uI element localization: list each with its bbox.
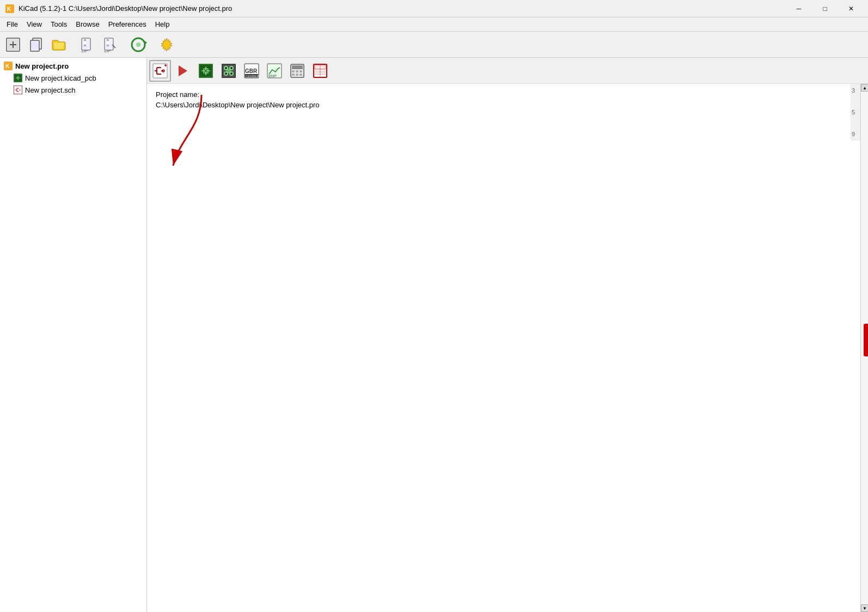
project-name-label: Project name: xyxy=(156,90,859,99)
minimize-button[interactable]: ─ xyxy=(786,0,811,17)
svg-rect-68 xyxy=(296,70,298,72)
refresh-button[interactable] xyxy=(127,34,149,56)
pcb-label: New project.kicad_pcb xyxy=(25,74,96,82)
copy-button[interactable] xyxy=(25,34,47,56)
project-icon: K xyxy=(3,61,13,71)
app-icon: K xyxy=(4,3,15,14)
new-project-button[interactable] xyxy=(2,34,24,56)
run-erc-button[interactable] xyxy=(172,60,194,82)
menu-preferences[interactable]: Preferences xyxy=(104,17,151,31)
svg-text:K: K xyxy=(5,63,10,69)
pcb-editor-button[interactable] xyxy=(195,60,217,82)
title-bar-left: K KiCad (5.1.2)-1 C:\Users\Jordi\Desktop… xyxy=(4,3,232,14)
separator-1 xyxy=(71,36,75,53)
tree-item-schematic[interactable]: New project.sch xyxy=(2,84,144,96)
pcb-file-icon xyxy=(13,73,23,83)
menu-browse[interactable]: Browse xyxy=(71,17,103,31)
page-layout-button[interactable] xyxy=(309,60,331,82)
tree-item-root[interactable]: K New project.pro xyxy=(2,60,144,72)
svg-rect-17 xyxy=(107,45,109,46)
window-controls: ─ □ ✕ xyxy=(786,0,864,17)
svg-text:ZIP: ZIP xyxy=(104,49,111,52)
separator-2 xyxy=(122,36,126,53)
scroll-down-button[interactable]: ▼ xyxy=(861,604,868,612)
svg-rect-58 xyxy=(227,69,231,73)
svg-marker-45 xyxy=(179,65,187,76)
zip-create-button[interactable]: ZIP xyxy=(76,34,98,56)
sch-label: New project.sch xyxy=(25,86,75,94)
title-bar: K KiCad (5.1.2)-1 C:\Users\Jordi\Desktop… xyxy=(0,0,868,17)
main-container: K New project.pro New project.kicad_pcb xyxy=(0,58,868,612)
svg-point-21 xyxy=(136,43,140,47)
menu-help[interactable]: Help xyxy=(151,17,174,31)
svg-rect-8 xyxy=(31,41,39,51)
svg-text:GBR: GBR xyxy=(245,68,258,74)
right-panel: GBR GERBER BMP xyxy=(147,58,868,612)
svg-rect-69 xyxy=(299,70,302,72)
svg-rect-70 xyxy=(292,74,295,76)
settings-button[interactable] xyxy=(156,34,178,56)
svg-rect-66 xyxy=(292,65,303,69)
svg-rect-12 xyxy=(84,45,86,46)
bitmap-converter-button[interactable]: BMP xyxy=(264,60,285,82)
svg-text:K: K xyxy=(7,6,11,12)
content-area: Project name: C:\Users\Jordi\Desktop\New… xyxy=(147,84,868,612)
root-label: New project.pro xyxy=(15,62,69,70)
tree-item-pcb[interactable]: New project.kicad_pcb xyxy=(2,72,144,84)
toolbar-editors: GBR GERBER BMP xyxy=(147,58,868,84)
svg-rect-71 xyxy=(296,74,298,76)
zip-extract-button[interactable]: ZIP xyxy=(99,34,121,56)
svg-text:ZIP: ZIP xyxy=(81,49,88,52)
schematic-editor-button[interactable] xyxy=(149,60,171,82)
svg-text:GERBER: GERBER xyxy=(246,75,259,78)
svg-rect-67 xyxy=(292,70,295,72)
svg-text:BMP: BMP xyxy=(268,74,277,78)
maximize-button[interactable]: □ xyxy=(812,0,838,17)
menu-file[interactable]: File xyxy=(2,17,22,31)
schematic-file-icon xyxy=(13,85,23,95)
menu-bar: File View Tools Browse Preferences Help xyxy=(0,17,868,32)
project-path: C:\Users\Jordi\Desktop\New project\New p… xyxy=(156,101,859,109)
svg-rect-72 xyxy=(299,74,302,76)
svg-rect-10 xyxy=(84,39,86,41)
side-numbers: 3 5 9 xyxy=(851,84,860,141)
svg-point-29 xyxy=(17,77,19,79)
menu-view[interactable]: View xyxy=(22,17,46,31)
separator-3 xyxy=(150,36,155,53)
window-title: KiCad (5.1.2)-1 C:\Users\Jordi\Desktop\N… xyxy=(19,4,232,13)
close-button[interactable]: ✕ xyxy=(839,0,864,17)
project-tree-panel: K New project.pro New project.kicad_pcb xyxy=(0,58,147,612)
gerber-viewer-button[interactable]: GBR GERBER xyxy=(241,60,262,82)
calculator-button[interactable] xyxy=(286,60,308,82)
toolbar-main: ZIP ZIP xyxy=(0,32,868,58)
red-indicator xyxy=(864,324,868,356)
svg-rect-16 xyxy=(107,42,109,44)
svg-rect-15 xyxy=(107,39,109,41)
open-folder-button[interactable] xyxy=(48,34,70,56)
svg-point-51 xyxy=(205,69,207,72)
svg-rect-30 xyxy=(14,86,22,94)
menu-tools[interactable]: Tools xyxy=(46,17,71,31)
svg-rect-11 xyxy=(84,42,86,44)
scroll-up-button[interactable]: ▲ xyxy=(861,84,868,92)
footprint-editor-button[interactable] xyxy=(218,60,240,82)
